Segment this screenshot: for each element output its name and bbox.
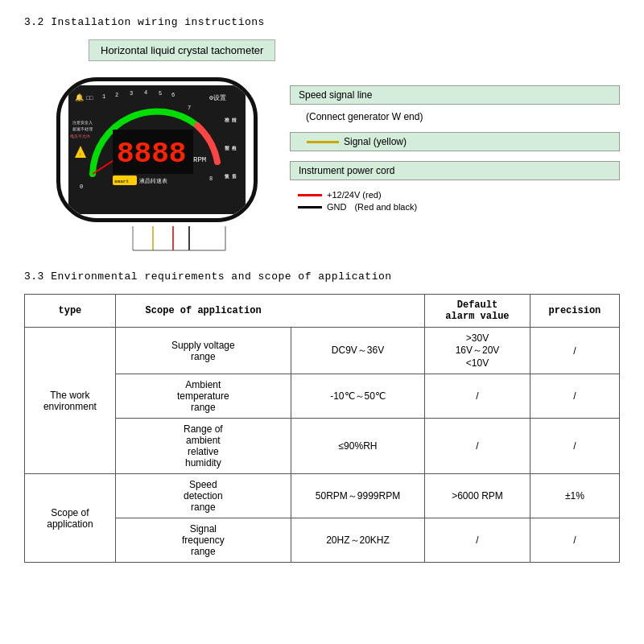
yellow-wire-indicator	[307, 141, 339, 143]
header-precision: precision	[530, 295, 619, 328]
cell-scope-application: Scope ofapplication	[25, 474, 116, 563]
cell-supply-voltage-precision: /	[530, 328, 619, 374]
table-row: Scope ofapplication Speeddetectionrange …	[25, 474, 620, 518]
section-env-title: 3.3 Environmental requirements and scope…	[24, 270, 620, 283]
power-line-red: +12/24V (red)	[290, 190, 620, 200]
cell-signal-freq-type: Signalfrequencyrange	[115, 518, 291, 563]
signal-yellow-box: Signal (yellow)	[290, 132, 620, 151]
svg-text:0: 0	[80, 184, 83, 190]
tachometer-device: 🔔 □□ 1 2 3 4 5 6 ⚙设置	[48, 69, 274, 246]
table-section: 3.3 Environmental requirements and scope…	[24, 270, 620, 563]
svg-text:4: 4	[144, 89, 147, 96]
cell-humidity-type: Range ofambientrelativehumidity	[115, 419, 291, 474]
instrument-power-label: Instrument power cord	[299, 165, 394, 176]
section-wiring-title: 3.2 Installation wiring instructions	[24, 16, 620, 28]
power-line-black: GND (Red and black)	[290, 202, 620, 212]
cell-signal-freq-alarm: /	[425, 518, 530, 563]
cell-supply-voltage-scope: DC9V～36V	[291, 328, 424, 374]
svg-text:RPM: RPM	[193, 156, 206, 164]
svg-text:8: 8	[209, 175, 213, 182]
power-cord-section: +12/24V (red) GND (Red and black)	[290, 190, 620, 212]
instrument-power-box: Instrument power cord	[290, 161, 620, 180]
header-type: type	[25, 295, 116, 328]
black-wire-indicator	[298, 206, 322, 208]
cell-supply-voltage-type: Supply voltagerange	[115, 328, 291, 374]
speed-signal-label: Speed signal line	[290, 85, 620, 105]
svg-text:8888: 8888	[117, 138, 186, 171]
svg-text:3: 3	[130, 90, 133, 97]
table-header-row: type Scope of application Defaultalarm v…	[25, 295, 620, 328]
header-scope2	[291, 295, 424, 328]
svg-text:!: !	[79, 152, 82, 158]
cell-ambient-temp-alarm: /	[425, 374, 530, 419]
cell-speed-detection-alarm: >6000 RPM	[425, 474, 530, 518]
specifications-table: type Scope of application Defaultalarm v…	[24, 294, 620, 563]
wire-connections	[48, 226, 274, 258]
header-alarm: Defaultalarm value	[425, 295, 530, 328]
gnd-label: GND	[327, 202, 346, 212]
wiring-diagram-area: 🔔 □□ 1 2 3 4 5 6 ⚙设置	[48, 69, 620, 246]
svg-text:超速不处理: 超速不处理	[72, 126, 93, 132]
cell-speed-detection-type: Speeddetectionrange	[115, 474, 291, 518]
cell-signal-freq-precision: /	[530, 518, 619, 563]
svg-text:6: 6	[171, 92, 175, 98]
gnd-description: (Red and black)	[354, 202, 417, 212]
cell-ambient-temp-precision: /	[530, 374, 619, 419]
svg-text:电压不允许: 电压不允许	[70, 134, 90, 139]
svg-text:注意安全入: 注意安全入	[72, 120, 93, 126]
cell-speed-detection-scope: 50RPM～9999RPM	[291, 474, 424, 518]
cell-ambient-temp-type: Ambienttemperaturerange	[115, 374, 291, 419]
red-wire-indicator	[298, 194, 322, 196]
svg-text:🔔: 🔔	[75, 93, 85, 102]
header-scope1: Scope of application	[115, 295, 291, 328]
svg-text:1: 1	[102, 93, 105, 100]
svg-text:液晶转速表: 液晶转速表	[139, 178, 167, 184]
svg-text:2: 2	[115, 92, 118, 98]
cell-speed-detection-precision: ±1%	[530, 474, 619, 518]
cell-signal-freq-scope: 20HZ～20KHZ	[291, 518, 424, 563]
cell-work-env: The workenvironment	[25, 328, 116, 474]
cell-humidity-scope: ≤90%RH	[291, 419, 424, 474]
svg-text:⚙设置: ⚙设置	[209, 94, 226, 101]
svg-text:□□: □□	[86, 95, 93, 101]
cell-ambient-temp-scope: -10℃～50℃	[291, 374, 424, 419]
connect-generator-label: (Connect generator W end)	[290, 111, 620, 122]
table-row: The workenvironment Supply voltagerange …	[25, 328, 620, 374]
wiring-labels-panel: Speed signal line (Connect generator W e…	[290, 85, 620, 212]
cell-supply-voltage-alarm: >30V16V～20V<10V	[425, 328, 530, 374]
plus-12-24-label: +12/24V (red)	[327, 190, 382, 200]
svg-text:smart: smart	[114, 179, 129, 184]
tachometer-body: 🔔 □□ 1 2 3 4 5 6 ⚙设置	[56, 77, 258, 222]
signal-yellow-label: Signal (yellow)	[344, 136, 407, 147]
gauge-svg: 🔔 □□ 1 2 3 4 5 6 ⚙设置	[68, 85, 246, 214]
svg-text:7: 7	[188, 105, 191, 111]
cell-humidity-alarm: /	[425, 419, 530, 474]
cell-humidity-precision: /	[530, 419, 619, 474]
svg-text:5: 5	[159, 90, 162, 97]
tachometer-label-box: Horizontal liquid crystal tachometer	[89, 39, 275, 61]
